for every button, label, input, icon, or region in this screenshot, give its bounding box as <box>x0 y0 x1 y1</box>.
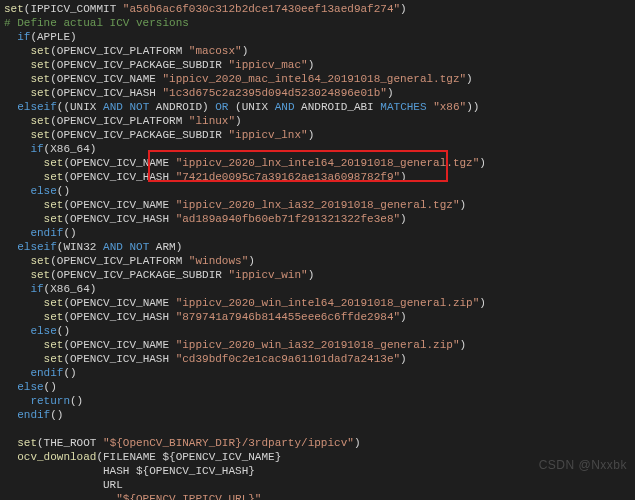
code-line[interactable]: set(OPENCV_ICV_PACKAGE_SUBDIR "ippicv_wi… <box>4 268 635 282</box>
watermark: CSDN @Nxxbk <box>539 458 627 472</box>
code-line[interactable]: else() <box>4 184 635 198</box>
code-line[interactable]: # Define actual ICV versions <box>4 16 635 30</box>
code-line[interactable]: if(X86_64) <box>4 282 635 296</box>
code-line[interactable]: elseif(WIN32 AND NOT ARM) <box>4 240 635 254</box>
code-line[interactable]: else() <box>4 380 635 394</box>
code-line[interactable]: set(OPENCV_ICV_PLATFORM "linux") <box>4 114 635 128</box>
code-line[interactable]: set(OPENCV_ICV_NAME "ippicv_2020_mac_int… <box>4 72 635 86</box>
code-line[interactable]: set(IPPICV_COMMIT "a56b6ac6f030c312b2dce… <box>4 2 635 16</box>
code-line[interactable]: set(OPENCV_ICV_NAME "ippicv_2020_win_int… <box>4 296 635 310</box>
code-line[interactable]: set(OPENCV_ICV_HASH "879741a7946b814455e… <box>4 310 635 324</box>
code-line[interactable] <box>4 422 635 436</box>
code-line[interactable]: if(APPLE) <box>4 30 635 44</box>
code-line[interactable]: elseif((UNIX AND NOT ANDROID) OR (UNIX A… <box>4 100 635 114</box>
code-line[interactable]: set(THE_ROOT "${OpenCV_BINARY_DIR}/3rdpa… <box>4 436 635 450</box>
code-editor[interactable]: set(IPPICV_COMMIT "a56b6ac6f030c312b2dce… <box>0 0 635 500</box>
code-line[interactable]: set(OPENCV_ICV_HASH "ad189a940fb60eb71f2… <box>4 212 635 226</box>
code-line[interactable]: set(OPENCV_ICV_HASH "1c3d675c2a2395d094d… <box>4 86 635 100</box>
code-line[interactable]: endif() <box>4 366 635 380</box>
code-line[interactable]: set(OPENCV_ICV_NAME "ippicv_2020_lnx_int… <box>4 156 635 170</box>
code-line[interactable]: endif() <box>4 226 635 240</box>
code-line[interactable]: endif() <box>4 408 635 422</box>
code-line[interactable]: set(OPENCV_ICV_NAME "ippicv_2020_lnx_ia3… <box>4 198 635 212</box>
code-line[interactable]: set(OPENCV_ICV_HASH "cd39bdf0c2e1cac9a61… <box>4 352 635 366</box>
code-line[interactable]: set(OPENCV_ICV_HASH "7421de0095c7a39162a… <box>4 170 635 184</box>
code-line[interactable]: else() <box>4 324 635 338</box>
code-line[interactable]: return() <box>4 394 635 408</box>
code-line[interactable]: set(OPENCV_ICV_PACKAGE_SUBDIR "ippicv_ln… <box>4 128 635 142</box>
code-line[interactable]: set(OPENCV_ICV_PLATFORM "macosx") <box>4 44 635 58</box>
code-line[interactable]: "${OPENCV_IPPICV_URL}" <box>4 492 635 500</box>
code-line[interactable]: URL <box>4 478 635 492</box>
code-line[interactable]: set(OPENCV_ICV_PLATFORM "windows") <box>4 254 635 268</box>
code-line[interactable]: set(OPENCV_ICV_PACKAGE_SUBDIR "ippicv_ma… <box>4 58 635 72</box>
code-line[interactable]: if(X86_64) <box>4 142 635 156</box>
code-line[interactable]: set(OPENCV_ICV_NAME "ippicv_2020_win_ia3… <box>4 338 635 352</box>
